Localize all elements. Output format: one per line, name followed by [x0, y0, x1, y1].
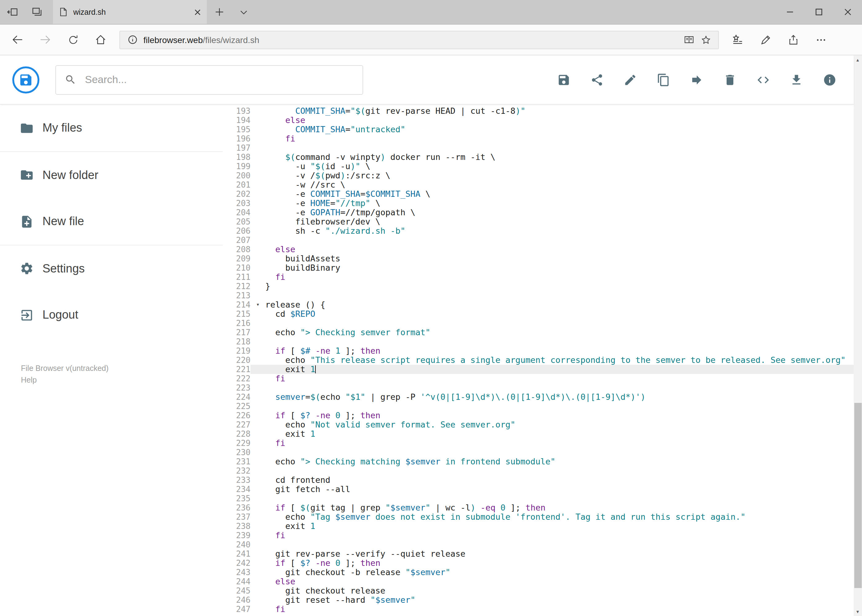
code-line[interactable]: 222 fi [223, 374, 853, 383]
code-line[interactable]: 202 -e COMMIT_SHA=$COMMIT_SHA \ [223, 189, 853, 199]
code-text[interactable]: else [265, 577, 853, 586]
annotate-pen-icon[interactable] [752, 27, 779, 52]
sidebar-item-my-files[interactable]: My files [0, 105, 223, 151]
code-line[interactable]: 235 [223, 494, 853, 503]
code-text[interactable]: echo "> Checking semver format" [265, 328, 853, 337]
code-line[interactable]: 198 $(command -v winpty) docker run --rm… [223, 152, 853, 162]
code-line[interactable]: 240 [223, 540, 853, 549]
code-text[interactable]: -e COMMIT_SHA=$COMMIT_SHA \ [265, 189, 853, 199]
code-text[interactable] [265, 402, 853, 411]
code-line[interactable]: 231 echo "> Checking matching $semver in… [223, 457, 853, 466]
code-text[interactable]: if [ $? -ne 0 ]; then [265, 411, 853, 420]
code-text[interactable]: release () { [265, 300, 853, 310]
address-bar[interactable]: filebrowser.web/files/wizard.sh [120, 30, 719, 49]
move-button[interactable] [690, 73, 703, 86]
code-text[interactable]: semver=$(echo "$1" | grep -P '^v(0|[1-9]… [265, 393, 853, 402]
help-link[interactable]: Help [21, 375, 223, 386]
code-text[interactable]: buildAssets [265, 254, 853, 263]
code-line[interactable]: 208 else [223, 245, 853, 254]
code-text[interactable]: COMMIT_SHA="untracked" [265, 125, 853, 134]
code-text[interactable]: echo "This release script requires a sin… [265, 355, 853, 365]
code-line[interactable]: 244 else [223, 577, 853, 586]
code-text[interactable] [265, 319, 853, 328]
code-line[interactable]: 225 [223, 402, 853, 411]
code-text[interactable]: git reset --hard "$semver" [265, 596, 853, 605]
code-text[interactable] [265, 448, 853, 457]
code-text[interactable]: git checkout release [265, 586, 853, 596]
code-line[interactable]: 207 [223, 236, 853, 245]
code-line[interactable]: 213 [223, 291, 853, 300]
code-text[interactable]: fi [265, 272, 853, 282]
code-line[interactable]: 237 echo "Tag $semver does not exist in … [223, 512, 853, 522]
code-text[interactable]: exit 1 [265, 365, 853, 374]
code-text[interactable] [265, 540, 853, 549]
code-line[interactable]: 206 sh -c "./wizard.sh -b" [223, 226, 853, 236]
sidebar-item-new-file[interactable]: New file [0, 198, 223, 245]
code-line[interactable]: 200 -v /$(pwd):/src:z \ [223, 171, 853, 180]
share-icon[interactable] [779, 27, 807, 52]
code-text[interactable]: } [265, 282, 853, 291]
code-line[interactable]: 246 git reset --hard "$semver" [223, 596, 853, 605]
code-text[interactable]: else [265, 245, 853, 254]
code-line[interactable]: 223 [223, 383, 853, 393]
close-icon[interactable] [833, 0, 862, 24]
code-editor[interactable]: 193 COMMIT_SHA="$(git rev-parse HEAD | c… [223, 105, 853, 616]
code-line[interactable]: 215 cd $REPO [223, 310, 853, 319]
code-text[interactable]: echo "Tag $semver does not exist in subm… [265, 512, 853, 522]
reading-view-icon[interactable] [680, 35, 697, 44]
code-text[interactable]: fi [265, 438, 853, 448]
code-text[interactable] [265, 494, 853, 503]
code-text[interactable]: git checkout -b release "$semver" [265, 568, 853, 577]
code-text[interactable]: -u "$(id -u)" \ [265, 162, 853, 171]
tab-preview-chevron-icon[interactable] [232, 0, 256, 24]
code-line[interactable]: 199 -u "$(id -u)" \ [223, 162, 853, 171]
raw-code-button[interactable] [756, 73, 770, 86]
code-text[interactable] [265, 383, 853, 393]
search-bar[interactable] [55, 65, 363, 94]
code-line[interactable]: 194 else [223, 116, 853, 125]
code-line[interactable]: 241 git rev-parse --verify --quiet relea… [223, 549, 853, 558]
code-line[interactable]: 243 git checkout -b release "$semver" [223, 568, 853, 577]
delete-button[interactable] [723, 73, 736, 86]
code-text[interactable] [265, 466, 853, 475]
site-info-icon[interactable] [124, 35, 141, 44]
code-text[interactable]: sh -c "./wizard.sh -b" [265, 226, 853, 236]
sidebar-item-settings[interactable]: Settings [0, 245, 223, 292]
code-line[interactable]: 205 filebrowser/dev \ [223, 217, 853, 226]
code-text[interactable]: -e GOPATH=//tmp/gopath \ [265, 208, 853, 217]
scroll-down-icon[interactable]: ▼ [853, 607, 862, 616]
code-line[interactable]: 197 [223, 143, 853, 152]
code-line[interactable]: 224 semver=$(echo "$1" | grep -P '^v(0|[… [223, 393, 853, 402]
scroll-up-icon[interactable]: ▲ [853, 55, 862, 64]
code-line[interactable]: 233 cd frontend [223, 475, 853, 485]
code-line[interactable]: 230 [223, 448, 853, 457]
refresh-icon[interactable] [59, 27, 87, 52]
hub-favorites-icon[interactable] [724, 27, 752, 52]
code-text[interactable]: echo "Not valid semver format. See semve… [265, 420, 853, 429]
code-text[interactable]: fi [265, 531, 853, 540]
code-line[interactable]: 217 echo "> Checking semver format" [223, 328, 853, 337]
favorite-star-icon[interactable] [697, 35, 715, 45]
copy-button[interactable] [656, 73, 670, 86]
code-line[interactable]: 201 -w //src \ [223, 180, 853, 189]
code-text[interactable]: else [265, 116, 853, 125]
code-line[interactable]: 226 if [ $? -ne 0 ]; then [223, 411, 853, 420]
code-line[interactable]: 211 fi [223, 272, 853, 282]
code-line[interactable]: 196 fi [223, 134, 853, 143]
code-line[interactable]: 227 echo "Not valid semver format. See s… [223, 420, 853, 429]
forward-icon[interactable] [32, 27, 59, 52]
maximize-icon[interactable] [804, 0, 833, 24]
set-tabs-aside-icon[interactable] [0, 0, 25, 24]
code-text[interactable] [265, 143, 853, 152]
code-line[interactable]: 232 [223, 466, 853, 475]
info-button[interactable] [823, 73, 836, 86]
code-text[interactable] [265, 337, 853, 346]
code-text[interactable]: fi [265, 605, 853, 614]
code-line[interactable]: 204 -e GOPATH=//tmp/gopath \ [223, 208, 853, 217]
code-text[interactable]: if [ $(git tag | grep "$semver" | wc -l)… [265, 503, 853, 512]
page-scrollbar[interactable]: ▲ ▼ [853, 55, 862, 616]
home-icon[interactable] [87, 27, 115, 52]
back-icon[interactable] [4, 27, 32, 52]
code-line[interactable]: 239 fi [223, 531, 853, 540]
share-button[interactable] [590, 73, 604, 86]
